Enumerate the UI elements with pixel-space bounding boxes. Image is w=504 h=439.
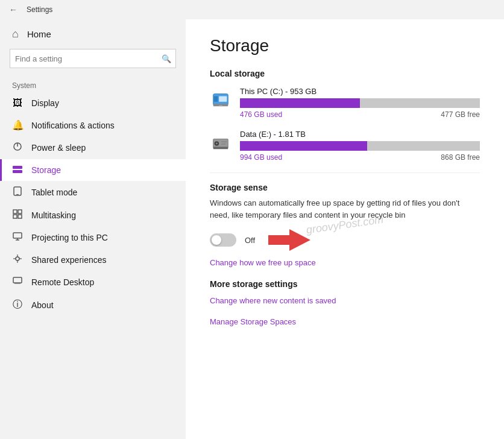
drive-c-icon (210, 89, 232, 111)
page-title: Storage (210, 36, 480, 55)
svg-rect-24 (219, 105, 222, 106)
home-label: Home (27, 29, 51, 39)
sidebar-item-projecting[interactable]: Projecting to this PC (0, 227, 186, 248)
divider (210, 172, 480, 173)
tablet-icon (12, 186, 23, 198)
about-label: About (31, 300, 54, 310)
svg-marker-31 (268, 229, 310, 251)
storage-sense-title: Storage sense (210, 183, 480, 192)
multitasking-icon (12, 209, 23, 221)
sidebar-item-power[interactable]: Power & sleep (0, 136, 186, 159)
drive-e-label: Data (E:) - 1.81 TB (240, 130, 480, 139)
drive-c-details: This PC (C:) - 953 GB 476 GB used 477 GB… (240, 87, 480, 119)
svg-rect-3 (13, 170, 22, 173)
sidebar-search-container: 🔍 (10, 49, 176, 68)
power-label: Power & sleep (31, 143, 86, 153)
arrow-indicator (268, 229, 310, 251)
sidebar: ⌂ Home 🔍 System 🖼 Display 🔔 Notification… (0, 19, 186, 439)
sidebar-item-display[interactable]: 🖼 Display (0, 92, 186, 114)
storage-sense-toggle[interactable] (210, 233, 236, 247)
home-icon: ⌂ (12, 28, 19, 40)
drive-e-free-bar (367, 141, 480, 151)
svg-rect-26 (213, 147, 228, 150)
drive-c-used-bar (240, 98, 360, 108)
drive-c-free-text: 477 GB free (441, 110, 480, 119)
drive-c-label: This PC (C:) - 953 GB (240, 87, 480, 96)
svg-rect-23 (214, 96, 218, 101)
svg-rect-10 (13, 233, 22, 238)
svg-rect-2 (13, 166, 22, 169)
display-icon: 🖼 (12, 98, 23, 109)
more-storage-title: More storage settings (210, 279, 480, 289)
shared-label: Shared experiences (31, 255, 107, 265)
storage-label: Storage (31, 165, 61, 175)
drive-e-free-text: 868 GB free (441, 153, 480, 162)
search-input[interactable] (10, 49, 176, 68)
svg-rect-7 (18, 210, 22, 213)
drive-c-item: This PC (C:) - 953 GB 476 GB used 477 GB… (210, 87, 480, 119)
projecting-icon (12, 232, 23, 243)
drive-e-details: Data (E:) - 1.81 TB 994 GB used 868 GB f… (240, 130, 480, 162)
manage-spaces-link[interactable]: Manage Storage Spaces (210, 317, 480, 326)
notifications-icon: 🔔 (12, 119, 23, 131)
svg-rect-22 (219, 96, 227, 101)
system-section-label: System (0, 78, 186, 92)
change-content-link[interactable]: Change where new content is saved (210, 296, 480, 305)
drive-e-icon (210, 132, 232, 154)
svg-rect-8 (13, 215, 17, 218)
title-bar: ← Settings (0, 0, 504, 19)
sidebar-item-storage[interactable]: Storage (0, 159, 186, 181)
drive-c-bar (240, 98, 480, 108)
display-label: Display (31, 98, 59, 108)
remote-icon (12, 277, 23, 288)
main-container: ⌂ Home 🔍 System 🖼 Display 🔔 Notification… (0, 19, 504, 439)
svg-rect-5 (16, 194, 19, 195)
sidebar-item-multitasking[interactable]: Multitasking (0, 204, 186, 227)
drive-e-stats: 994 GB used 868 GB free (240, 153, 480, 162)
svg-rect-4 (14, 187, 21, 195)
search-icon: 🔍 (162, 54, 171, 63)
shared-icon (12, 254, 23, 266)
projecting-label: Projecting to this PC (31, 233, 108, 242)
tablet-label: Tablet mode (31, 188, 77, 197)
drive-c-free-bar (360, 98, 480, 108)
remote-label: Remote Desktop (31, 277, 94, 287)
drive-e-used-bar (240, 141, 367, 151)
sidebar-home[interactable]: ⌂ Home (0, 19, 186, 49)
storage-sense-section: Storage sense Windows can automatically … (210, 183, 480, 267)
drive-c-stats: 476 GB used 477 GB free (240, 110, 480, 119)
title-bar-text: Settings (27, 5, 52, 14)
drive-e-item: Data (E:) - 1.81 TB 994 GB used 868 GB f… (210, 130, 480, 162)
local-storage-title: Local storage (210, 69, 480, 78)
power-icon (12, 142, 23, 154)
change-space-link[interactable]: Change how we free up space (210, 258, 480, 267)
sidebar-item-about[interactable]: ⓘ About (0, 293, 186, 317)
sidebar-item-remote[interactable]: Remote Desktop (0, 271, 186, 293)
svg-rect-29 (221, 141, 227, 142)
sidebar-item-notifications[interactable]: 🔔 Notifications & actions (0, 114, 186, 136)
drive-e-bar (240, 141, 480, 151)
sidebar-item-shared[interactable]: Shared experiences (0, 248, 186, 271)
drive-e-used-text: 994 GB used (240, 153, 282, 162)
svg-point-13 (16, 257, 19, 261)
about-icon: ⓘ (12, 298, 23, 311)
toggle-knob (212, 235, 221, 245)
drive-c-used-text: 476 GB used (240, 110, 282, 119)
storage-icon (12, 165, 23, 175)
toggle-row: Off (210, 229, 480, 251)
svg-rect-30 (221, 144, 226, 145)
content-inner: Storage Local storage This PC (C:) - 953… (210, 36, 480, 326)
svg-rect-9 (18, 215, 22, 218)
back-button[interactable]: ← (7, 4, 19, 16)
svg-point-28 (216, 143, 218, 145)
svg-rect-6 (13, 210, 17, 213)
svg-rect-18 (13, 277, 22, 283)
sidebar-item-tablet[interactable]: Tablet mode (0, 181, 186, 204)
content-area: Storage Local storage This PC (C:) - 953… (186, 19, 504, 439)
multitasking-label: Multitasking (31, 210, 76, 220)
notifications-label: Notifications & actions (31, 121, 115, 130)
storage-sense-desc: Windows can automatically free up space … (210, 197, 463, 221)
toggle-label: Off (245, 236, 255, 245)
